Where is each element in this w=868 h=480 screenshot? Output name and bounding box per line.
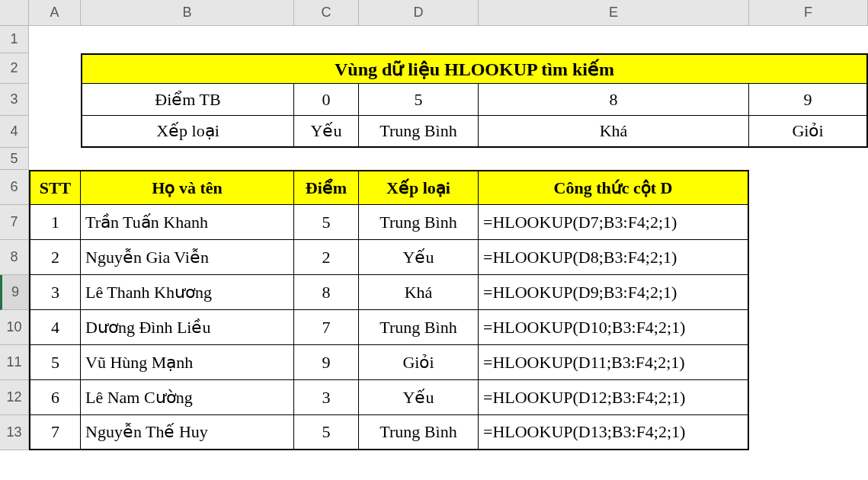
col-header-D[interactable]: D xyxy=(359,0,479,26)
cell-stt-7[interactable]: 7 xyxy=(29,415,81,450)
lookup-label-xeploai[interactable]: Xếp loại xyxy=(81,116,294,148)
lookup-thresh-2[interactable]: 8 xyxy=(479,84,749,116)
cell-F11[interactable] xyxy=(749,345,868,380)
cell-F9[interactable] xyxy=(749,275,868,310)
cell-score-1[interactable]: 5 xyxy=(294,205,359,240)
cell-name-6[interactable]: Lê Nam Cường xyxy=(81,380,294,415)
row-header-3[interactable]: 3 xyxy=(0,84,29,116)
lookup-title[interactable]: Vùng dữ liệu HLOOKUP tìm kiếm xyxy=(81,53,868,84)
cell-score-4[interactable]: 7 xyxy=(294,310,359,345)
col-header-E[interactable]: E xyxy=(479,0,749,26)
lookup-grade-1[interactable]: Trung Bình xyxy=(359,116,479,148)
cell-F6[interactable] xyxy=(749,170,868,205)
col-header-B[interactable]: B xyxy=(81,0,294,26)
cell-grade-7[interactable]: Trung Bình xyxy=(359,415,479,450)
row-header-10[interactable]: 10 xyxy=(0,310,29,345)
cell-B5[interactable] xyxy=(81,148,294,170)
cell-A2[interactable] xyxy=(29,53,81,84)
row-header-1[interactable]: 1 xyxy=(0,26,29,53)
cell-F7[interactable] xyxy=(749,205,868,240)
cell-A5[interactable] xyxy=(29,148,81,170)
cell-score-3[interactable]: 8 xyxy=(294,275,359,310)
cell-name-2[interactable]: Nguyễn Gia Viễn xyxy=(81,240,294,275)
lookup-grade-0[interactable]: Yếu xyxy=(294,116,359,148)
cell-grade-4[interactable]: Trung Bình xyxy=(359,310,479,345)
hdr-formula[interactable]: Công thức cột D xyxy=(479,170,749,205)
cell-grade-3[interactable]: Khá xyxy=(359,275,479,310)
col-header-C[interactable]: C xyxy=(294,0,359,26)
cell-stt-2[interactable]: 2 xyxy=(29,240,81,275)
cell-stt-1[interactable]: 1 xyxy=(29,205,81,240)
cell-score-7[interactable]: 5 xyxy=(294,415,359,450)
cell-grade-6[interactable]: Yếu xyxy=(359,380,479,415)
cell-F13[interactable] xyxy=(749,415,868,450)
lookup-grade-3[interactable]: Giỏi xyxy=(749,116,868,148)
cell-formula-5[interactable]: =HLOOKUP(D11;B3:F4;2;1) xyxy=(479,345,749,380)
row-header-7[interactable]: 7 xyxy=(0,205,29,240)
lookup-thresh-1[interactable]: 5 xyxy=(359,84,479,116)
cell-score-5[interactable]: 9 xyxy=(294,345,359,380)
lookup-label-diem[interactable]: Điểm TB xyxy=(81,84,294,116)
cell-grade-1[interactable]: Trung Bình xyxy=(359,205,479,240)
cell-grade-5[interactable]: Giỏi xyxy=(359,345,479,380)
cell-formula-7[interactable]: =HLOOKUP(D13;B3:F4;2;1) xyxy=(479,415,749,450)
row-header-2[interactable]: 2 xyxy=(0,53,29,84)
row-header-11[interactable]: 11 xyxy=(0,345,29,380)
cell-D1[interactable] xyxy=(359,26,479,53)
cell-formula-1[interactable]: =HLOOKUP(D7;B3:F4;2;1) xyxy=(479,205,749,240)
row-header-13[interactable]: 13 xyxy=(0,415,29,450)
cell-stt-3[interactable]: 3 xyxy=(29,275,81,310)
cell-stt-5[interactable]: 5 xyxy=(29,345,81,380)
row-header-9[interactable]: 9 xyxy=(0,275,29,310)
hdr-name[interactable]: Họ và tên xyxy=(81,170,294,205)
row-header-6[interactable]: 6 xyxy=(0,170,29,205)
lookup-grade-2[interactable]: Khá xyxy=(479,116,749,148)
cell-name-7[interactable]: Nguyễn Thế Huy xyxy=(81,415,294,450)
col-header-F[interactable]: F xyxy=(749,0,868,26)
cell-formula-3[interactable]: =HLOOKUP(D9;B3:F4;2;1) xyxy=(479,275,749,310)
cell-F10[interactable] xyxy=(749,310,868,345)
cell-A4[interactable] xyxy=(29,116,81,148)
cell-F5[interactable] xyxy=(749,148,868,170)
cell-F8[interactable] xyxy=(749,240,868,275)
cell-name-4[interactable]: Dương Đình Liều xyxy=(81,310,294,345)
cell-A3[interactable] xyxy=(29,84,81,116)
cell-name-1[interactable]: Trần Tuấn Khanh xyxy=(81,205,294,240)
cell-name-5[interactable]: Vũ Hùng Mạnh xyxy=(81,345,294,380)
lookup-thresh-3[interactable]: 9 xyxy=(749,84,868,116)
cell-F1[interactable] xyxy=(749,26,868,53)
cell-grade-2[interactable]: Yếu xyxy=(359,240,479,275)
hdr-stt[interactable]: STT xyxy=(29,170,81,205)
cell-D5[interactable] xyxy=(359,148,479,170)
row-header-4[interactable]: 4 xyxy=(0,116,29,148)
spreadsheet-grid[interactable]: A B C D E F 1 2 Vùng dữ liệu HLOOKUP tìm… xyxy=(0,0,868,450)
hdr-score[interactable]: Điểm xyxy=(294,170,359,205)
cell-score-6[interactable]: 3 xyxy=(294,380,359,415)
cell-formula-4[interactable]: =HLOOKUP(D10;B3:F4;2;1) xyxy=(479,310,749,345)
row-header-5[interactable]: 5 xyxy=(0,148,29,170)
cell-stt-4[interactable]: 4 xyxy=(29,310,81,345)
cell-E5[interactable] xyxy=(479,148,749,170)
hdr-grade[interactable]: Xếp loại xyxy=(359,170,479,205)
cell-stt-6[interactable]: 6 xyxy=(29,380,81,415)
row-header-12[interactable]: 12 xyxy=(0,380,29,415)
cell-formula-6[interactable]: =HLOOKUP(D12;B3:F4;2;1) xyxy=(479,380,749,415)
cell-B1[interactable] xyxy=(81,26,294,53)
lookup-thresh-0[interactable]: 0 xyxy=(294,84,359,116)
cell-formula-2[interactable]: =HLOOKUP(D8;B3:F4;2;1) xyxy=(479,240,749,275)
cell-name-3[interactable]: Lê Thanh Khương xyxy=(81,275,294,310)
cell-E1[interactable] xyxy=(479,26,749,53)
col-header-A[interactable]: A xyxy=(29,0,81,26)
cell-C5[interactable] xyxy=(294,148,359,170)
cell-C1[interactable] xyxy=(294,26,359,53)
row-header-8[interactable]: 8 xyxy=(0,240,29,275)
select-all-corner[interactable] xyxy=(0,0,29,26)
cell-A1[interactable] xyxy=(29,26,81,53)
cell-F12[interactable] xyxy=(749,380,868,415)
cell-score-2[interactable]: 2 xyxy=(294,240,359,275)
